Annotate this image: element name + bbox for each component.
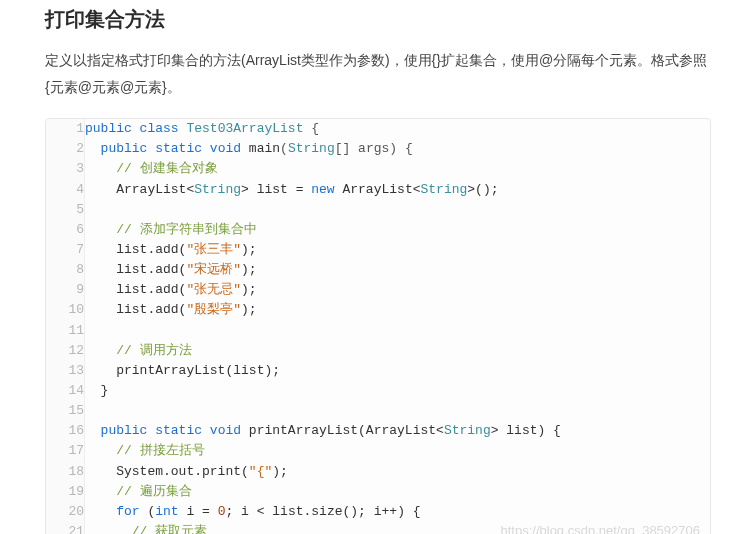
code-line: 8 list.add("宋远桥"); xyxy=(46,260,710,280)
code-line: 14 } xyxy=(46,381,710,401)
code-content: ArrayList<String> list = new ArrayList<S… xyxy=(85,180,711,200)
code-content: printArrayList(list); xyxy=(85,361,711,381)
code-line: 4 ArrayList<String> list = new ArrayList… xyxy=(46,180,710,200)
code-line: 18 System.out.print("{"); xyxy=(46,462,710,482)
line-number: 15 xyxy=(46,401,85,421)
line-number: 16 xyxy=(46,421,85,441)
line-number: 8 xyxy=(46,260,85,280)
code-content: list.add("宋远桥"); xyxy=(85,260,711,280)
code-content: public static void printArrayList(ArrayL… xyxy=(85,421,711,441)
code-line: 13 printArrayList(list); xyxy=(46,361,710,381)
line-number: 11 xyxy=(46,321,85,341)
code-line: 21 // 获取元素 xyxy=(46,522,710,534)
line-number: 10 xyxy=(46,300,85,320)
code-block: 1public class Test03ArrayList {2 public … xyxy=(45,118,711,534)
code-line: 3 // 创建集合对象 xyxy=(46,159,710,179)
code-content: list.add("殷梨亭"); xyxy=(85,300,711,320)
line-number: 9 xyxy=(46,280,85,300)
code-line: 7 list.add("张三丰"); xyxy=(46,240,710,260)
code-content xyxy=(85,401,711,421)
code-content: list.add("张三丰"); xyxy=(85,240,711,260)
line-number: 1 xyxy=(46,119,85,139)
code-line: 19 // 遍历集合 xyxy=(46,482,710,502)
code-content: // 遍历集合 xyxy=(85,482,711,502)
code-line: 20 for (int i = 0; i < list.size(); i++)… xyxy=(46,502,710,522)
code-content: // 添加字符串到集合中 xyxy=(85,220,711,240)
code-content: for (int i = 0; i < list.size(); i++) { xyxy=(85,502,711,522)
section-paragraph: 定义以指定格式打印集合的方法(ArrayList类型作为参数)，使用{}扩起集合… xyxy=(45,47,711,100)
line-number: 20 xyxy=(46,502,85,522)
line-number: 7 xyxy=(46,240,85,260)
code-content: } xyxy=(85,381,711,401)
code-line: 5 xyxy=(46,200,710,220)
line-number: 21 xyxy=(46,522,85,534)
code-table: 1public class Test03ArrayList {2 public … xyxy=(46,119,710,534)
code-content xyxy=(85,321,711,341)
line-number: 3 xyxy=(46,159,85,179)
line-number: 19 xyxy=(46,482,85,502)
line-number: 17 xyxy=(46,441,85,461)
code-line: 16 public static void printArrayList(Arr… xyxy=(46,421,710,441)
code-line: 12 // 调用方法 xyxy=(46,341,710,361)
code-content: // 获取元素 xyxy=(85,522,711,534)
code-content: // 创建集合对象 xyxy=(85,159,711,179)
code-line: 17 // 拼接左括号 xyxy=(46,441,710,461)
code-content: list.add("张无忌"); xyxy=(85,280,711,300)
code-line: 6 // 添加字符串到集合中 xyxy=(46,220,710,240)
code-content xyxy=(85,200,711,220)
code-content: System.out.print("{"); xyxy=(85,462,711,482)
code-line: 11 xyxy=(46,321,710,341)
section-heading: 打印集合方法 xyxy=(45,6,711,33)
line-number: 12 xyxy=(46,341,85,361)
code-line: 2 public static void main(String[] args)… xyxy=(46,139,710,159)
code-line: 10 list.add("殷梨亭"); xyxy=(46,300,710,320)
line-number: 13 xyxy=(46,361,85,381)
code-line: 15 xyxy=(46,401,710,421)
line-number: 4 xyxy=(46,180,85,200)
line-number: 5 xyxy=(46,200,85,220)
code-line: 9 list.add("张无忌"); xyxy=(46,280,710,300)
line-number: 18 xyxy=(46,462,85,482)
code-line: 1public class Test03ArrayList { xyxy=(46,119,710,139)
code-content: // 调用方法 xyxy=(85,341,711,361)
code-content: // 拼接左括号 xyxy=(85,441,711,461)
code-content: public static void main(String[] args) { xyxy=(85,139,711,159)
line-number: 14 xyxy=(46,381,85,401)
line-number: 2 xyxy=(46,139,85,159)
line-number: 6 xyxy=(46,220,85,240)
code-content: public class Test03ArrayList { xyxy=(85,119,711,139)
